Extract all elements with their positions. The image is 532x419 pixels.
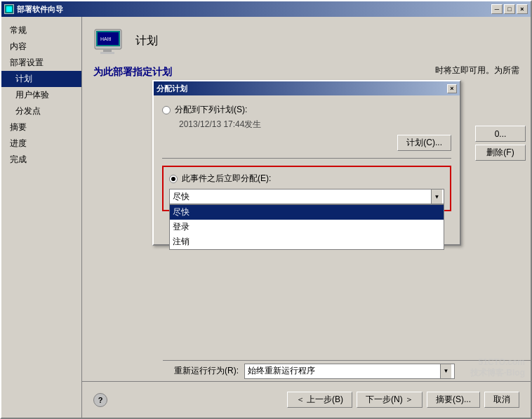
radio-schedule[interactable] — [162, 106, 171, 114]
maximize-button[interactable]: □ — [504, 4, 515, 14]
next-button[interactable]: 下一步(N) ＞ — [357, 392, 423, 408]
background-text: 时将立即可用。为所需 — [435, 65, 519, 77]
header-area: HAItI 计划 — [93, 24, 519, 58]
bottom-bar: ? ＜ 上一步(B) 下一步(N) ＞ 摘要(S)... 取消 — [82, 381, 531, 418]
cancel-button[interactable]: 取消 — [484, 392, 519, 408]
dropdown-arrow-icon: ▼ — [444, 368, 449, 374]
rerun-select-value: 始终重新运行程序 — [248, 365, 315, 377]
sidebar-item-content[interactable]: 内容 — [1, 39, 81, 55]
watermark: 51CTO.com 技术博客·Blog — [470, 357, 525, 379]
close-button[interactable]: × — [517, 4, 528, 14]
radio-schedule-label: 分配到下列计划(S): — [175, 104, 247, 116]
dropdown-value: 尽快 — [173, 191, 189, 203]
svg-rect-1 — [6, 6, 12, 12]
dropdown-container: 尽快 ▼ 尽快 登录 注销 — [169, 189, 444, 204]
dropdown-arrow[interactable]: ▼ — [431, 189, 442, 204]
svg-rect-5 — [100, 52, 114, 54]
dropdown-item-3[interactable]: 注销 — [170, 234, 444, 249]
schedule-time: 2013/12/13 17:44发生 — [162, 119, 451, 131]
rerun-label: 重新运行行为(R): — [174, 365, 239, 377]
back-button[interactable]: ＜ 上一步(B) — [287, 392, 352, 408]
dialog-close-button[interactable]: × — [447, 84, 457, 93]
delete-button[interactable]: 删除(F) — [475, 145, 526, 161]
dropdown-list: 尽快 登录 注销 — [169, 204, 444, 250]
assign-schedule-dialog: 分配计划 × 分配到下列计划(S): 2013/12/13 17:44发生 — [152, 80, 461, 246]
svg-text:HAItI: HAItI — [100, 36, 112, 41]
dropdown-box[interactable]: 尽快 ▼ — [169, 189, 444, 204]
radio-immediate-label: 此事件之后立即分配(E): — [182, 173, 271, 185]
help-button[interactable]: ? — [93, 393, 107, 407]
dropdown-item-2[interactable]: 登录 — [170, 220, 444, 234]
header-title: 计划 — [135, 34, 158, 48]
radio-immediate[interactable] — [169, 175, 178, 183]
nav-buttons: ＜ 上一步(B) 下一步(N) ＞ 摘要(S)... 取消 — [287, 392, 519, 408]
sidebar-item-deploy-settings[interactable]: 部署设置 — [1, 55, 81, 71]
sidebar-item-complete[interactable]: 完成 — [1, 152, 81, 168]
summary-button[interactable]: 摘要(S)... — [427, 392, 480, 408]
title-bar-left: 部署软件向导 — [4, 4, 63, 15]
schedule-button[interactable]: 计划(C)... — [397, 135, 451, 151]
rerun-select[interactable]: 始终重新运行程序 ▼ — [244, 364, 455, 379]
add-button[interactable]: 0... — [475, 126, 526, 142]
window-title: 部署软件向导 — [17, 4, 63, 15]
dropdown-item-1[interactable]: 尽快 — [170, 205, 444, 220]
schedule-btn-row: 计划(C)... — [162, 135, 451, 151]
title-bar-controls: ─ □ × — [491, 4, 528, 14]
sidebar: 常规 内容 部署设置 计划 用户体验 分发点 摘要 进度 完成 — [1, 17, 82, 418]
sidebar-item-summary[interactable]: 摘要 — [1, 119, 81, 135]
help-icon: ? — [98, 396, 103, 404]
sidebar-item-distribution-points[interactable]: 分发点 — [1, 103, 81, 119]
dialog-body: 分配到下列计划(S): 2013/12/13 17:44发生 计划(C)... — [154, 95, 460, 244]
sidebar-item-schedule[interactable]: 计划 — [1, 71, 81, 87]
minimize-button[interactable]: ─ — [491, 4, 503, 14]
dialog-title-bar: 分配计划 × — [154, 81, 460, 95]
header-icon: HAItI — [93, 24, 127, 58]
dialog-separator — [162, 158, 451, 159]
dialog-title: 分配计划 — [157, 84, 187, 94]
sidebar-item-general[interactable]: 常规 — [1, 22, 81, 39]
immediate-event-box: 此事件之后立即分配(E): 尽快 ▼ 尽快 — [162, 166, 451, 211]
window-icon — [4, 4, 14, 14]
radio-row-1: 分配到下列计划(S): — [162, 104, 451, 116]
radio-row-2: 此事件之后立即分配(E): — [169, 173, 444, 185]
svg-rect-4 — [103, 49, 112, 52]
rerun-select-arrow[interactable]: ▼ — [440, 364, 451, 378]
main-window: 部署软件向导 ─ □ × 常规 内容 部署设置 计划 用户体验 分发点 摘要 进… — [0, 0, 532, 419]
content-area: 常规 内容 部署设置 计划 用户体验 分发点 摘要 进度 完成 — [1, 17, 531, 418]
radio-group-schedule: 分配到下列计划(S): 2013/12/13 17:44发生 计划(C)... — [162, 104, 451, 151]
main-content: HAItI 计划 为此部署指定计划 时将立即可用。为所需 重新运行行为(R): … — [82, 17, 531, 418]
title-bar: 部署软件向导 ─ □ × — [1, 1, 531, 17]
sidebar-item-user-experience[interactable]: 用户体验 — [1, 87, 81, 103]
side-buttons: 0... 删除(F) — [475, 126, 526, 161]
sidebar-item-progress[interactable]: 进度 — [1, 135, 81, 152]
